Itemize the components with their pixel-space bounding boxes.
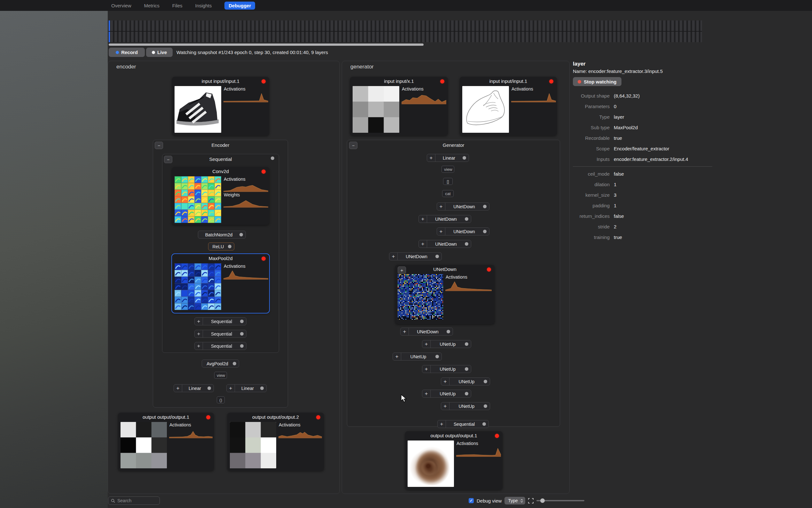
node-gen-linear[interactable]: + Linear xyxy=(427,154,469,162)
tab-overview[interactable]: Overview xyxy=(111,3,131,8)
status-dot[interactable] xyxy=(484,405,487,408)
node-unetdown-7[interactable]: + UNetDown xyxy=(400,328,453,336)
node-generator-output[interactable]: output output/output.1 Activations xyxy=(405,431,503,490)
status-dot[interactable] xyxy=(240,344,244,348)
expand-icon[interactable]: + xyxy=(437,228,445,235)
status-dot[interactable] xyxy=(465,217,468,221)
status-dot[interactable] xyxy=(239,233,243,237)
node-sequential-2[interactable]: + Sequential xyxy=(194,330,246,338)
expand-icon[interactable]: + xyxy=(400,328,409,335)
status-dot[interactable] xyxy=(483,230,486,233)
expand-icon[interactable]: + xyxy=(422,390,431,397)
node-gen-brackets[interactable]: [] xyxy=(443,178,453,185)
status-dot[interactable] xyxy=(484,380,487,383)
status-dot[interactable] xyxy=(435,355,439,358)
status-dot[interactable] xyxy=(260,386,264,390)
timeline-playhead[interactable] xyxy=(109,20,110,42)
expand-icon[interactable]: + xyxy=(195,330,203,338)
recording-dot-icon[interactable] xyxy=(495,434,499,438)
node-batchnorm2d[interactable]: BatchNorm2d xyxy=(198,230,246,239)
node-gen-view[interactable]: view xyxy=(441,166,454,173)
expand-icon[interactable]: + xyxy=(389,253,398,260)
status-dot[interactable] xyxy=(463,156,466,160)
fullscreen-icon[interactable] xyxy=(528,498,533,504)
debug-view-checkbox[interactable]: ✓ xyxy=(469,498,474,503)
status-dot[interactable] xyxy=(240,332,244,336)
sequential-status-dot[interactable] xyxy=(271,157,274,160)
search-box[interactable] xyxy=(108,497,160,505)
tab-files[interactable]: Files xyxy=(172,3,183,8)
expand-icon[interactable]: + xyxy=(427,154,435,162)
expand-icon[interactable]: + xyxy=(419,240,427,248)
tab-insights[interactable]: Insights xyxy=(195,3,212,8)
tab-metrics[interactable]: Metrics xyxy=(144,3,159,8)
recording-dot-icon[interactable] xyxy=(261,170,266,174)
node-linear-2[interactable]: + Linear xyxy=(226,384,267,392)
node-gen-sequential[interactable]: + Sequential xyxy=(437,420,489,428)
expand-icon[interactable]: + xyxy=(195,318,203,325)
status-dot[interactable] xyxy=(465,392,468,395)
node-unetup-6[interactable]: + UNetUp xyxy=(441,402,490,410)
node-sequential-3[interactable]: + Sequential xyxy=(194,342,246,350)
recording-dot-icon[interactable] xyxy=(206,415,210,419)
type-select[interactable]: Type xyxy=(505,497,525,505)
expand-icon[interactable]: + xyxy=(438,420,446,428)
recording-dot-icon[interactable] xyxy=(440,79,444,84)
node-generator-input-sketch[interactable]: input input/input.1 Activations xyxy=(460,77,557,136)
tab-debugger[interactable]: Debugger xyxy=(225,2,255,10)
status-dot[interactable] xyxy=(207,386,211,390)
collapse-generator-button[interactable]: − xyxy=(349,142,357,149)
node-encoder-output-2[interactable]: output output/output.2 Activations xyxy=(227,413,324,471)
node-avgpool2d[interactable]: AvgPool2d xyxy=(202,359,239,368)
live-button[interactable]: Live xyxy=(146,48,173,57)
node-generator-input-x[interactable]: input input/x.1 Activations xyxy=(350,77,448,136)
expand-icon[interactable]: + xyxy=(393,353,401,360)
expand-icon[interactable]: + xyxy=(422,365,431,373)
record-button[interactable]: Record xyxy=(109,48,145,57)
node-unetup-3[interactable]: + UNetUp xyxy=(422,365,471,373)
status-dot[interactable] xyxy=(240,320,244,323)
node-tuple[interactable]: () xyxy=(217,396,225,404)
collapse-encoder-button[interactable]: − xyxy=(155,142,163,149)
zoom-slider[interactable] xyxy=(536,500,584,501)
node-unetup-5[interactable]: + UNetUp xyxy=(422,390,471,398)
snapshot-timeline[interactable] xyxy=(109,20,702,42)
expand-icon[interactable]: + xyxy=(398,266,406,274)
node-maxpool2d[interactable]: MaxPool2d Activations xyxy=(172,254,269,313)
recording-dot-icon[interactable] xyxy=(261,257,266,261)
status-dot[interactable] xyxy=(483,205,486,208)
expand-icon[interactable]: + xyxy=(419,215,427,223)
recording-dot-icon[interactable] xyxy=(487,267,491,271)
node-encoder-input[interactable]: input input/input.1 Activations xyxy=(172,77,269,136)
search-input[interactable] xyxy=(117,498,153,504)
recording-dot-icon[interactable] xyxy=(549,79,554,84)
node-encoder-output-1[interactable]: output output/output.1 Activations xyxy=(118,413,214,471)
node-unetdown-expanded[interactable]: UNetDown + Activations xyxy=(395,265,494,324)
expand-icon[interactable]: + xyxy=(441,403,449,410)
zoom-slider-knob[interactable] xyxy=(540,498,545,503)
node-gen-cat[interactable]: cat xyxy=(442,190,453,197)
status-dot[interactable] xyxy=(435,255,439,258)
node-linear-1[interactable]: + Linear xyxy=(174,384,214,392)
node-conv2d[interactable]: Conv2d Activations Weights xyxy=(172,167,269,225)
status-dot[interactable] xyxy=(482,422,486,426)
status-dot[interactable] xyxy=(465,342,468,346)
node-unetup-2[interactable]: + UNetUp xyxy=(393,352,442,361)
node-unetup-4[interactable]: + UNetUp xyxy=(441,378,490,385)
status-dot[interactable] xyxy=(446,330,450,333)
node-unetdown-4[interactable]: + UNetDown xyxy=(419,240,471,248)
expand-icon[interactable]: + xyxy=(437,203,445,210)
status-dot[interactable] xyxy=(465,242,468,246)
node-unetup-1[interactable]: + UNetUp xyxy=(422,340,471,348)
recording-dot-icon[interactable] xyxy=(261,79,266,84)
node-unetdown-5[interactable]: + UNetDown xyxy=(389,252,442,260)
node-relu[interactable]: ReLU xyxy=(208,243,234,251)
stop-watching-button[interactable]: Stop watching xyxy=(573,77,621,86)
timeline-scrollbar[interactable] xyxy=(109,43,424,46)
node-unetdown-1[interactable]: + UNetDown xyxy=(437,203,489,211)
node-unetdown-2[interactable]: + UNetDown xyxy=(419,215,471,223)
node-view[interactable]: view xyxy=(214,372,227,379)
node-sequential-1[interactable]: + Sequential xyxy=(194,318,246,325)
expand-icon[interactable]: + xyxy=(227,384,235,392)
expand-icon[interactable]: + xyxy=(441,378,449,385)
